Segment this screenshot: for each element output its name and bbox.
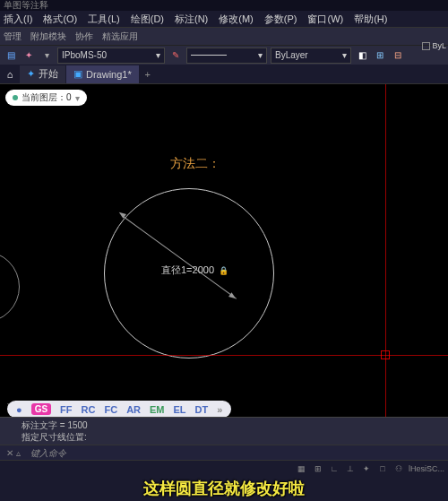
add-tab-button[interactable]: + [140,69,156,80]
title-bar: 单图等注释 [0,0,448,11]
document-tabs: ⌂ ✦ 开始 ▣ Drawing1* + [0,65,448,84]
cmd-ar[interactable]: AR [126,404,141,415]
close-cmdline-icon[interactable]: ✕ [4,448,16,458]
linetype-value: IPboMS-50 [62,50,107,60]
menu-window[interactable]: 窗口(W) [307,13,343,26]
home-tab-icon[interactable]: ⌂ [2,66,18,82]
layer-color-dot [13,95,18,100]
match-icon[interactable]: ✦ [22,48,36,63]
snap-icon[interactable]: ∟ [328,462,340,475]
osnap-icon[interactable]: □ [376,462,389,475]
ribbon-manage[interactable]: 管理 [4,30,22,44]
tool-icon-3[interactable]: ⊟ [391,48,405,63]
chevron-down-icon: ▾ [156,50,160,60]
annotation-scale[interactable]: lHesiSC... [409,464,444,473]
crosshair-vertical [385,84,386,419]
prompt-icon: ▵ [16,448,30,458]
status-bar: ▦ ⊞ ∟ ⊥ ✦ □ ⚇ lHesiSC... [0,460,448,476]
checkbox-icon [422,42,430,50]
record-icon: ● [16,404,22,415]
color-icon[interactable]: ◧ [355,48,369,63]
bylayer-value: ByLayer [275,50,308,60]
chevron-down-icon: ▾ [75,93,80,103]
history-line-1: 标注文字 = 1500 [22,419,426,431]
line-preview [191,55,227,56]
tab-drawing1[interactable]: ▣ Drawing1* [66,65,139,83]
cmd-ff[interactable]: FF [60,404,72,415]
ribbon-addons[interactable]: 附加模块 [30,30,66,44]
cmd-em[interactable]: EM [150,404,165,415]
bylayer-dropdown[interactable]: ByLayer ▾ [271,48,351,64]
polar-icon[interactable]: ✦ [360,462,373,475]
menu-tools[interactable]: 工具(L) [88,13,119,26]
cmd-fc[interactable]: FC [104,404,117,415]
paint-icon[interactable]: ✎ [168,48,183,63]
menu-help[interactable]: 帮助(H) [354,13,387,26]
cmd-rc[interactable]: RC [82,404,96,415]
user-icon[interactable]: ⚇ [392,462,405,475]
tab-start[interactable]: ✦ 开始 [20,65,65,83]
video-subtitle: 这样圆直径就修改好啦 [0,476,448,501]
model-icon[interactable]: ▦ [296,462,308,475]
chevron-down-icon: ▾ [342,50,347,60]
cmd-el[interactable]: EL [174,404,186,415]
ortho-icon[interactable]: ⊥ [344,462,357,475]
diameter-dimension-text[interactable]: 直径1=2000 🔒 [161,263,228,277]
menu-insert[interactable]: 插入(I) [4,13,32,26]
ribbon-collab[interactable]: 协作 [75,30,93,44]
cmd-dt[interactable]: DT [195,404,209,415]
menu-bar: 插入(I) 格式(O) 工具(L) 绘图(D) 标注(N) 修改(M) 参数(P… [0,11,448,27]
drawing-canvas[interactable]: 当前图层：0 ▾ 方法二： 直径1=2000 🔒 Y [0,84,448,419]
menu-format[interactable]: 格式(O) [43,13,77,26]
history-line-2: 指定尺寸线位置: [22,431,426,443]
ribbon-express[interactable]: 精选应用 [102,30,138,44]
circle-partial[interactable] [0,251,20,323]
cmd-gs[interactable]: GS [31,403,51,415]
crosshair-pickbox [381,350,390,359]
command-alias-bar[interactable]: ● GS FF RC FC AR EM EL DT » [7,401,231,418]
plus-icon: ✦ [27,68,35,80]
linetype-dropdown[interactable]: IPboMS-50 ▾ [57,48,165,64]
command-input-row: ✕ ▵ 键入命令 [0,445,448,461]
lineweight-dropdown[interactable]: ▾ [186,48,267,64]
command-history: 标注文字 = 1500 指定尺寸线位置: [0,418,448,445]
property-toolbar: ▤ ✦ ▾ IPboMS-50 ▾ ✎ ▾ ByLayer ▾ ◧ ⊞ ⊟ [0,45,448,65]
chevron-down-icon: ▾ [258,50,263,60]
title-text: 单图等注释 [4,0,48,12]
tool-icon-1[interactable]: ▾ [39,48,54,63]
menu-dimension[interactable]: 标注(N) [175,13,208,26]
menu-param[interactable]: 参数(P) [264,13,297,26]
layer-icon[interactable]: ▤ [4,48,18,63]
grid-icon[interactable]: ⊞ [312,462,324,475]
tool-icon-2[interactable]: ⊞ [373,48,387,63]
command-input[interactable]: 键入命令 [30,447,444,460]
command-line-panel: 标注文字 = 1500 指定尺寸线位置: ✕ ▵ 键入命令 [0,417,448,460]
lock-icon: 🔒 [219,266,228,275]
menu-draw[interactable]: 绘图(D) [131,13,164,26]
annotation-text: 方法二： [170,156,220,172]
menu-modify[interactable]: 修改(M) [219,13,254,26]
byL-checkbox[interactable]: ByL [422,41,446,50]
current-layer-indicator[interactable]: 当前图层：0 ▾ [5,90,87,106]
file-icon: ▣ [73,68,82,80]
ribbon-tabs: 管理 附加模块 协作 精选应用 [0,27,448,45]
chevron-right-icon[interactable]: » [217,404,222,415]
